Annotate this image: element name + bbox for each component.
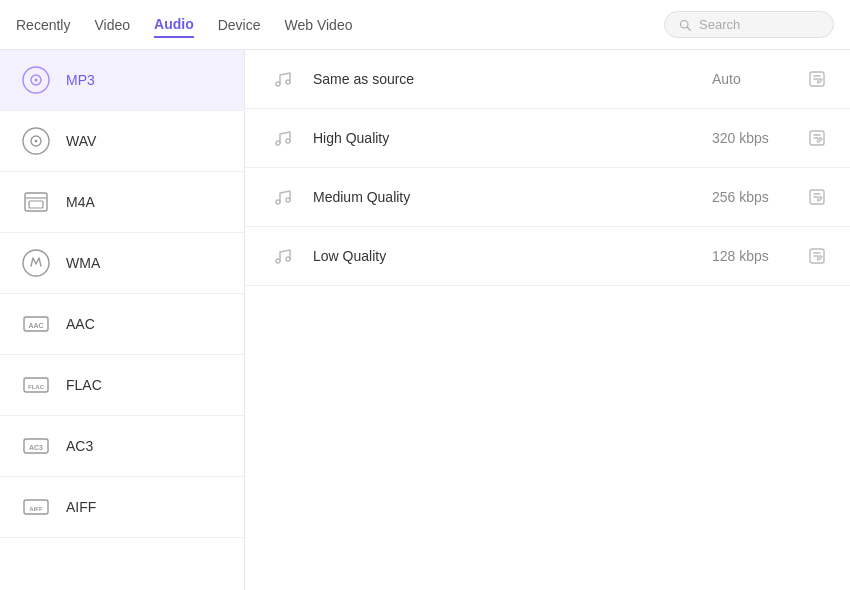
music-note-icon-2: [269, 127, 297, 149]
svg-point-7: [35, 140, 38, 143]
search-input[interactable]: [699, 17, 819, 32]
nav-audio[interactable]: Audio: [154, 12, 194, 38]
edit-icon-high[interactable]: [808, 129, 826, 147]
sidebar-wav-label: WAV: [66, 133, 96, 149]
svg-text:AC3: AC3: [29, 444, 43, 451]
sidebar-item-wma[interactable]: WMA: [0, 233, 244, 294]
sidebar-item-m4a[interactable]: M4A: [0, 172, 244, 233]
m4a-icon: [20, 186, 52, 218]
quality-bitrate-medium: 256 kbps: [712, 189, 792, 205]
sidebar: MP3 WAV M4A: [0, 50, 245, 590]
quality-row-medium[interactable]: Medium Quality 256 kbps: [245, 168, 850, 227]
svg-text:FLAC: FLAC: [28, 384, 45, 390]
svg-line-1: [687, 27, 690, 30]
quality-name-same-as-source: Same as source: [313, 71, 696, 87]
quality-name-medium: Medium Quality: [313, 189, 696, 205]
music-note-icon-4: [269, 245, 297, 267]
nav-web-video[interactable]: Web Video: [284, 13, 352, 37]
svg-point-21: [286, 80, 290, 84]
svg-point-23: [276, 141, 280, 145]
nav-video[interactable]: Video: [94, 13, 130, 37]
main-layout: MP3 WAV M4A: [0, 50, 850, 590]
sidebar-aac-label: AAC: [66, 316, 95, 332]
quality-row-high[interactable]: High Quality 320 kbps: [245, 109, 850, 168]
edit-icon-same-as-source[interactable]: [808, 70, 826, 88]
sidebar-aiff-label: AIFF: [66, 499, 96, 515]
search-icon: [679, 18, 691, 32]
sidebar-item-mp3[interactable]: MP3: [0, 50, 244, 111]
svg-point-4: [35, 79, 38, 82]
quality-bitrate-same-as-source: Auto: [712, 71, 792, 87]
flac-icon: FLAC: [20, 369, 52, 401]
music-note-icon-1: [269, 68, 297, 90]
svg-point-24: [286, 139, 290, 143]
edit-icon-low[interactable]: [808, 247, 826, 265]
quality-row-low[interactable]: Low Quality 128 kbps: [245, 227, 850, 286]
quality-bitrate-low: 128 kbps: [712, 248, 792, 264]
quality-name-high: High Quality: [313, 130, 696, 146]
quality-row-same-as-source[interactable]: Same as source Auto: [245, 50, 850, 109]
quality-content: Same as source Auto High Quality 320: [245, 50, 850, 590]
svg-point-26: [276, 200, 280, 204]
svg-text:AIFF: AIFF: [29, 506, 43, 512]
edit-icon-medium[interactable]: [808, 188, 826, 206]
svg-point-30: [286, 257, 290, 261]
sidebar-flac-label: FLAC: [66, 377, 102, 393]
svg-point-20: [276, 82, 280, 86]
sidebar-m4a-label: M4A: [66, 194, 95, 210]
music-note-icon-3: [269, 186, 297, 208]
sidebar-item-wav[interactable]: WAV: [0, 111, 244, 172]
wma-icon: [20, 247, 52, 279]
sidebar-item-ac3[interactable]: AC3 AC3: [0, 416, 244, 477]
sidebar-item-aiff[interactable]: AIFF AIFF: [0, 477, 244, 538]
quality-bitrate-high: 320 kbps: [712, 130, 792, 146]
sidebar-mp3-label: MP3: [66, 72, 95, 88]
nav-device[interactable]: Device: [218, 13, 261, 37]
ac3-icon: AC3: [20, 430, 52, 462]
mp3-icon: [20, 64, 52, 96]
svg-rect-10: [29, 201, 43, 208]
sidebar-ac3-label: AC3: [66, 438, 93, 454]
svg-point-29: [276, 259, 280, 263]
quality-name-low: Low Quality: [313, 248, 696, 264]
svg-point-27: [286, 198, 290, 202]
aac-icon: AAC: [20, 308, 52, 340]
search-box: [664, 11, 834, 38]
sidebar-item-flac[interactable]: FLAC FLAC: [0, 355, 244, 416]
sidebar-item-aac[interactable]: AAC AAC: [0, 294, 244, 355]
sidebar-wma-label: WMA: [66, 255, 100, 271]
top-navigation: Recently Video Audio Device Web Video: [0, 0, 850, 50]
wav-icon: [20, 125, 52, 157]
aiff-icon: AIFF: [20, 491, 52, 523]
svg-text:AAC: AAC: [28, 322, 43, 329]
nav-recently[interactable]: Recently: [16, 13, 70, 37]
